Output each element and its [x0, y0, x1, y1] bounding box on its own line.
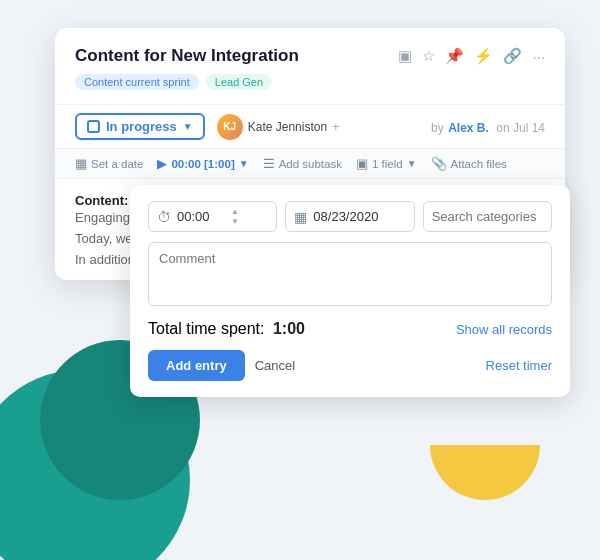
add-entry-button[interactable]: Add entry	[148, 350, 245, 381]
total-label-text: Total time spent:	[148, 320, 265, 337]
field-icon: ▣	[356, 156, 368, 171]
time-label: 00:00 [1:00]	[171, 158, 234, 170]
set-date-label: Set a date	[91, 158, 143, 170]
card-header: Content for New Integration ▣ ☆ 📌 ⚡ 🔗 ··…	[55, 28, 565, 105]
calendar-icon: ▦	[75, 156, 87, 171]
spinner-buttons: ▲ ▼	[231, 207, 239, 226]
field-btn[interactable]: ▣ 1 field ▼	[356, 156, 417, 171]
status-label: In progress	[106, 119, 177, 134]
feed-icon[interactable]: ⚡	[474, 47, 493, 65]
status-button[interactable]: In progress ▼	[75, 113, 205, 140]
pin-icon[interactable]: 📌	[445, 47, 464, 65]
time-total-label: Total time spent: 1:00	[148, 320, 305, 338]
time-inputs-row: ⏱ ▲ ▼ ▦	[148, 201, 552, 232]
status-left: In progress ▼ KJ Kate Jenniston +	[75, 113, 340, 140]
cancel-button[interactable]: Cancel	[255, 358, 295, 373]
by-text: by	[431, 121, 444, 135]
link-icon[interactable]: 🔗	[503, 47, 522, 65]
date-input[interactable]	[313, 209, 403, 224]
author-info: by Alex B. on Jul 14	[431, 118, 545, 136]
total-value: 1:00	[273, 320, 305, 337]
card-title: Content for New Integration	[75, 46, 299, 66]
star-icon[interactable]: ☆	[422, 47, 435, 65]
more-icon[interactable]: ···	[532, 48, 545, 65]
bg-semicircle	[430, 445, 540, 500]
toolbar-row: ▦ Set a date ▶ 00:00 [1:00] ▼ ☰ Add subt…	[55, 149, 565, 179]
status-row: In progress ▼ KJ Kate Jenniston + by Ale…	[55, 105, 565, 149]
play-icon: ▶	[157, 156, 167, 171]
timer-icon: ⏱	[157, 209, 171, 225]
search-categories-wrapper	[423, 201, 552, 232]
time-input[interactable]	[177, 209, 227, 224]
search-categories-input[interactable]	[432, 209, 543, 224]
time-tracking-panel: ⏱ ▲ ▼ ▦ Total time spent: 1:00 Show all …	[130, 185, 570, 397]
tag-row: Content current sprint Lead Gen	[75, 74, 545, 90]
reset-timer-link[interactable]: Reset timer	[486, 358, 552, 373]
time-input-wrapper: ⏱ ▲ ▼	[148, 201, 277, 232]
action-row: Add entry Cancel Reset timer	[148, 350, 552, 381]
date-icon: ▦	[294, 209, 307, 225]
layout-icon[interactable]: ▣	[398, 47, 412, 65]
on-date: on Jul 14	[496, 121, 545, 135]
author-name: Alex B.	[448, 121, 489, 135]
action-left: Add entry Cancel	[148, 350, 295, 381]
content-label: Content:	[75, 193, 128, 208]
card-title-row: Content for New Integration ▣ ☆ 📌 ⚡ 🔗 ··…	[75, 46, 545, 66]
avatar: KJ	[217, 114, 243, 140]
add-assignee-icon[interactable]: +	[332, 119, 340, 134]
add-subtask-btn[interactable]: ☰ Add subtask	[263, 156, 342, 171]
card-icons: ▣ ☆ 📌 ⚡ 🔗 ···	[398, 47, 545, 65]
spinner-down[interactable]: ▼	[231, 217, 239, 227]
time-chevron: ▼	[239, 158, 249, 169]
add-subtask-label: Add subtask	[279, 158, 342, 170]
paperclip-icon: 📎	[431, 156, 447, 171]
time-total-row: Total time spent: 1:00 Show all records	[148, 320, 552, 338]
comment-textarea[interactable]	[148, 242, 552, 306]
spinner-up[interactable]: ▲	[231, 207, 239, 217]
time-btn[interactable]: ▶ 00:00 [1:00] ▼	[157, 156, 248, 171]
tag-sprint[interactable]: Content current sprint	[75, 74, 199, 90]
attach-label: Attach files	[451, 158, 507, 170]
attach-files-btn[interactable]: 📎 Attach files	[431, 156, 507, 171]
status-indicator	[87, 120, 100, 133]
field-chevron: ▼	[407, 158, 417, 169]
list-icon: ☰	[263, 156, 275, 171]
show-records-link[interactable]: Show all records	[456, 322, 552, 337]
field-label: 1 field	[372, 158, 403, 170]
assignee-name: Kate Jenniston	[248, 120, 327, 134]
status-chevron: ▼	[183, 121, 193, 132]
set-date-btn[interactable]: ▦ Set a date	[75, 156, 143, 171]
date-input-wrapper: ▦	[285, 201, 414, 232]
tag-leadgen[interactable]: Lead Gen	[206, 74, 272, 90]
assignee-row: KJ Kate Jenniston +	[217, 114, 340, 140]
